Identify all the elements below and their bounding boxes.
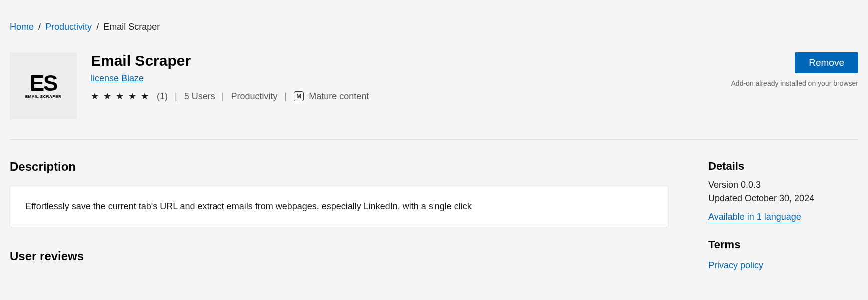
breadcrumb-current: Email Scraper bbox=[103, 22, 160, 32]
remove-button[interactable]: Remove bbox=[795, 52, 858, 73]
details-version: Version 0.0.3 bbox=[708, 180, 858, 190]
privacy-policy-link[interactable]: Privacy policy bbox=[708, 260, 763, 271]
description-text: Effortlessly save the current tab's URL … bbox=[25, 201, 472, 211]
languages-link[interactable]: Available in 1 language bbox=[708, 212, 801, 223]
description-card: Effortlessly save the current tab's URL … bbox=[10, 186, 668, 227]
terms-heading: Terms bbox=[708, 238, 858, 251]
mature-badge-icon: M bbox=[294, 91, 304, 101]
meta-separator: | bbox=[284, 91, 287, 102]
description-heading: Description bbox=[10, 160, 668, 174]
breadcrumb-separator: / bbox=[96, 22, 99, 32]
divider bbox=[10, 139, 858, 140]
meta-separator: | bbox=[175, 91, 177, 102]
rating-count: (1) bbox=[157, 91, 168, 102]
extension-title: Email Scraper bbox=[91, 52, 714, 69]
installed-note: Add-on already installed on your browser bbox=[731, 79, 858, 87]
reviews-heading: User reviews bbox=[10, 249, 668, 263]
publisher-link[interactable]: license Blaze bbox=[91, 73, 144, 84]
extension-header: ES EMAIL SCRAPER Email Scraper license B… bbox=[10, 52, 858, 119]
meta-separator: | bbox=[222, 91, 224, 102]
details-heading: Details bbox=[708, 160, 858, 173]
breadcrumb-separator: / bbox=[38, 22, 41, 32]
extension-icon: ES EMAIL SCRAPER bbox=[10, 52, 77, 119]
extension-icon-subtext: EMAIL SCRAPER bbox=[25, 94, 62, 99]
breadcrumb-home-link[interactable]: Home bbox=[10, 22, 34, 32]
extension-icon-letters: ES bbox=[30, 73, 57, 94]
mature-label: Mature content bbox=[309, 91, 369, 102]
breadcrumb: Home / Productivity / Email Scraper bbox=[10, 22, 858, 32]
category-label: Productivity bbox=[231, 91, 277, 102]
rating-stars-icon: ★ ★ ★ ★ ★ bbox=[91, 91, 150, 102]
user-count: 5 Users bbox=[184, 91, 215, 102]
details-updated: Updated October 30, 2024 bbox=[708, 193, 858, 204]
extension-meta-row: ★ ★ ★ ★ ★ (1) | 5 Users | Productivity |… bbox=[91, 91, 714, 102]
breadcrumb-category-link[interactable]: Productivity bbox=[45, 22, 92, 32]
